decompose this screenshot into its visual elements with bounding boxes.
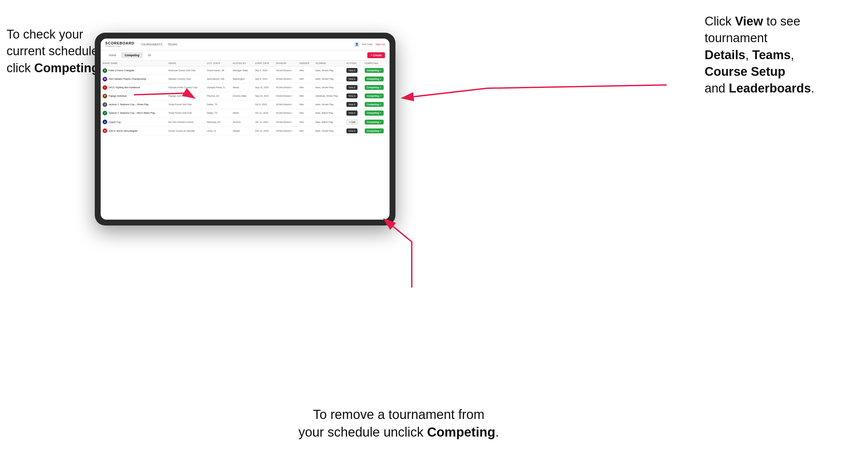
competing-badge[interactable]: Competing ✓ — [365, 111, 384, 115]
venue-cell: Ak-Chin Southern Dunes — [166, 117, 205, 126]
nav-teams[interactable]: TEAMS — [168, 43, 177, 46]
actions-cell: View ℹ — [344, 126, 363, 135]
city-state-cell: Dallas, TX — [205, 109, 231, 117]
hosted-by-cell: Hawaii — [231, 126, 253, 135]
app-header-right: 👤 Test User Sign out — [354, 42, 385, 47]
scoring-cell: team, Stroke Play — [313, 75, 344, 83]
team-logo: J — [103, 111, 107, 115]
col-scoring: SCORING — [313, 60, 344, 66]
view-button[interactable]: View ℹ — [346, 76, 358, 82]
competing-badge[interactable]: Competing ✓ — [365, 120, 384, 125]
view-button[interactable]: View ℹ — [346, 93, 358, 98]
scoring-cell: individual, Stroke Play — [313, 92, 344, 100]
view-button[interactable]: View ℹ — [346, 85, 358, 90]
user-text: Test User — [362, 43, 373, 46]
venue-cell: Trinity Forest Golf Club — [166, 100, 205, 109]
annotation-bottomcenter: To remove a tournament from your schedul… — [268, 406, 529, 441]
actions-cell: View ℹ — [344, 109, 363, 117]
city-state-cell: Dallas, TX — [205, 100, 231, 109]
table-row: J Jackson T. Stephens Cup – Stroke Play … — [101, 100, 390, 109]
team-logo: S — [103, 68, 107, 73]
start-date-cell: Sep 9, 2023 — [253, 75, 274, 83]
competing-badge[interactable]: Competing ✓ — [365, 102, 384, 107]
view-button[interactable]: View ℹ — [346, 128, 358, 133]
user-icon: 👤 — [354, 42, 359, 47]
venue-cell: Olympia Fields Country Club — [166, 83, 205, 92]
competing-badge[interactable]: Competing ✓ — [365, 93, 384, 98]
competing-badge[interactable]: Competing ✓ — [365, 85, 384, 90]
competing-badge[interactable]: Competing ✓ — [365, 76, 384, 82]
col-gender: GENDER — [298, 60, 314, 66]
start-date-cell: Oct 9, 2023 — [253, 100, 274, 109]
app-header-left: SCOREBOARD Powered by clippi TOURNAMENTS… — [105, 41, 177, 47]
create-button[interactable]: + Create — [367, 52, 385, 58]
tab-competing[interactable]: Competing — [121, 52, 143, 58]
col-start-date: START DATE — [253, 60, 274, 66]
gender-cell: Men — [298, 109, 314, 117]
gender-cell: Men — [298, 117, 314, 126]
start-date-cell: Sep 18, 2023 — [253, 92, 274, 100]
start-date-cell: Sep 4, 2023 — [253, 66, 274, 75]
toolbar-tabs: Home Competing All — [105, 52, 155, 58]
city-state-cell: Lihue, HI — [205, 126, 231, 135]
venue-cell: Ocean Course At Hokuala — [166, 126, 205, 135]
venue-cell: American Dunes Golf Club — [166, 66, 205, 75]
competing-badge[interactable]: Competing ✓ — [365, 68, 384, 73]
view-button[interactable]: View ℹ — [346, 102, 358, 107]
col-competing: COMPETING — [363, 60, 390, 66]
scoreboard-logo: SCOREBOARD Powered by clippi — [105, 41, 134, 47]
tab-home[interactable]: Home — [105, 52, 120, 58]
scoring-cell: team, Stroke Play — [313, 66, 344, 75]
city-state-cell: Grand Haven, MI — [205, 66, 231, 75]
gender-cell: Men — [298, 126, 314, 135]
col-actions: ACTIONS — [344, 60, 363, 66]
team-logo: J — [103, 102, 107, 107]
competing-cell: Competing ✓ — [363, 66, 390, 75]
division-cell: NCAA Division I — [274, 109, 298, 117]
table-header-row: EVENT NAME VENUE CITY, STATE HOSTED BY S… — [101, 60, 390, 66]
gender-cell: Men — [298, 100, 314, 109]
logo-title: SCOREBOARD — [105, 41, 134, 45]
gender-cell: Men — [298, 66, 314, 75]
view-button[interactable]: View ℹ — [346, 68, 358, 73]
team-logo: P — [103, 94, 107, 98]
team-logo: W — [103, 77, 107, 82]
hosted-by-cell: Illinois — [231, 83, 253, 92]
competing-cell: Competing ✓ — [363, 126, 390, 135]
scoring-cell: team, Stroke Play — [313, 83, 344, 92]
hosted-by-cell — [231, 100, 253, 109]
col-division: DIVISION — [274, 60, 298, 66]
table-row: A Copper Cup Ak-Chin Southern Dunes Mari… — [101, 117, 390, 126]
event-name-text: Copper Cup — [108, 121, 121, 124]
division-cell: NCAA Division I — [274, 83, 298, 92]
nav-tournaments[interactable]: TOURNAMENTS — [141, 43, 162, 46]
hosted-by-cell: Arizona — [231, 117, 253, 126]
division-cell: NCAA Division I — [274, 92, 298, 100]
tournaments-table: EVENT NAME VENUE CITY, STATE HOSTED BY S… — [101, 60, 390, 135]
annotation-line1: To check your — [6, 27, 83, 41]
event-name-text: OFCC Fighting Illini Invitational — [108, 86, 140, 89]
division-cell: NCAA Division I — [274, 66, 298, 75]
venue-cell: Sahalee Country Club — [166, 75, 205, 83]
edit-button[interactable]: ✏ Edit — [346, 119, 358, 125]
event-name-text: Folds of Honor Collegiate — [108, 69, 134, 72]
logo-subtitle: Powered by clippi — [105, 45, 134, 47]
table-row: W 2023 Sahalee Players Championship Saha… — [101, 75, 390, 83]
annotation-line3: click — [6, 61, 34, 75]
actions-cell: View ℹ — [344, 100, 363, 109]
competing-cell: Competing ✓ — [363, 75, 390, 83]
event-name-text: John A. Burns Intercollegiate — [108, 129, 137, 132]
table-row: P Papago Individual Papago Golf Club Pho… — [101, 92, 390, 100]
event-name-text: 2023 Sahalee Players Championship — [108, 77, 146, 81]
event-name-text: Jackson T. Stephens Cup – Men's Match Pl… — [108, 112, 155, 114]
competing-cell: Competing ✓ — [363, 100, 390, 109]
table-body: S Folds of Honor Collegiate American Dun… — [101, 66, 390, 135]
view-button[interactable]: View ℹ — [346, 111, 358, 115]
signout-link[interactable]: Sign out — [375, 43, 385, 46]
scoring-cell: team, Stroke Play — [313, 126, 344, 135]
gender-cell: Men — [298, 75, 314, 83]
tab-all[interactable]: All — [144, 52, 154, 58]
annotation-topright: Click View to see tournament Details, Te… — [705, 13, 862, 97]
competing-badge[interactable]: Competing ✓ — [365, 128, 384, 133]
division-cell: NCAA Division I — [274, 75, 298, 83]
